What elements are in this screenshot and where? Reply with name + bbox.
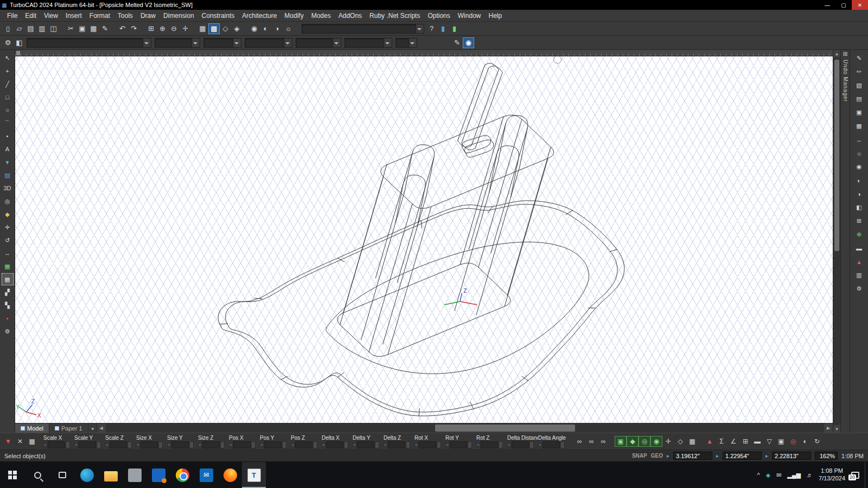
menu-edit[interactable]: Edit (21, 11, 40, 21)
pan-icon[interactable]: ✛ (180, 23, 191, 34)
horizontal-scroll-thumb[interactable] (435, 425, 575, 432)
render-palette-icon[interactable]: ◑ (853, 187, 866, 201)
pen-color-combo[interactable] (296, 38, 341, 48)
selection-style-combo[interactable] (27, 38, 151, 48)
save-icon[interactable]: ▤ (25, 23, 36, 34)
scale-tool-icon[interactable]: ↔ (1, 247, 14, 260)
snap-grid-icon[interactable]: ▩ (208, 23, 220, 34)
field-lock-icon[interactable] (291, 443, 295, 447)
undo-manager-panel[interactable]: ⊞ Undo Manager (840, 50, 850, 433)
menu-modes[interactable]: Modes (308, 11, 335, 21)
field-value-input[interactable] (79, 441, 96, 448)
format-painter-icon[interactable]: ✎ (99, 23, 111, 34)
pick-tool-icon[interactable]: + (1, 65, 14, 78)
app-chrome[interactable] (170, 462, 194, 488)
coord-x-input[interactable]: 3.19612" (673, 452, 712, 460)
snap-intersect-icon[interactable]: ✛ (662, 436, 674, 447)
link-y-icon[interactable]: ∞ (585, 436, 597, 447)
tray-volume-icon[interactable]: ♬ (807, 472, 813, 478)
menu-format[interactable]: Format (86, 11, 114, 21)
app-notes[interactable] (123, 462, 146, 488)
field-lock-icon[interactable] (384, 443, 387, 447)
coord-y-marker-icon[interactable]: ▸ (716, 453, 719, 459)
field-stepper-icon[interactable] (529, 441, 534, 448)
field-stepper-icon[interactable] (437, 441, 441, 448)
help-pointer-icon[interactable]: ? (426, 23, 437, 34)
minimize-button[interactable]: — (819, 0, 835, 10)
dock-left-icon[interactable]: ▮ (437, 23, 449, 34)
material-red-icon[interactable]: ▪ (1, 312, 14, 325)
field-value-input[interactable] (512, 441, 529, 448)
pattern-tool-icon[interactable]: ▦ (1, 273, 14, 286)
materials-icon[interactable]: ◑ (271, 23, 283, 34)
field-lock-icon[interactable] (322, 443, 326, 447)
text-style-combo[interactable] (395, 38, 417, 48)
tray-app-icon[interactable]: ◈ (766, 472, 770, 479)
arc-tool-icon[interactable]: ⌒ (1, 117, 14, 130)
zoom-in-icon[interactable]: ⊕ (157, 23, 168, 34)
cut-icon[interactable]: ✂ (65, 23, 76, 34)
tab-paper-1[interactable]: Paper 1 (49, 423, 88, 433)
array-tool-icon[interactable]: ▚ (1, 299, 14, 312)
table-icon[interactable]: ⊞ (739, 436, 751, 447)
field-lock-icon[interactable] (538, 443, 542, 447)
field-stepper-icon[interactable] (344, 441, 348, 448)
pen-tool-icon[interactable]: ✎ (451, 37, 463, 48)
mode-3d-icon[interactable]: 3D (1, 182, 14, 195)
field-lock-icon[interactable] (105, 443, 109, 447)
field-value-input[interactable] (481, 441, 498, 448)
field-value-input[interactable] (357, 441, 374, 448)
pen-style-combo[interactable] (203, 38, 241, 48)
blocks-palette-icon[interactable]: ▣ (853, 106, 866, 119)
field-stepper-icon[interactable] (468, 441, 472, 448)
point-tool-icon[interactable]: • (1, 130, 14, 143)
circle-tool-icon[interactable]: ○ (1, 104, 14, 117)
angle-icon[interactable]: ∠ (727, 436, 739, 447)
lights-palette-icon[interactable]: ☼ (853, 146, 866, 160)
link-x-icon[interactable]: ∞ (573, 436, 585, 447)
camera-icon[interactable]: ◉ (248, 23, 260, 34)
field-stepper-icon[interactable] (220, 441, 225, 448)
geo-label[interactable]: GEO (651, 453, 663, 459)
app-file-explorer[interactable] (99, 462, 123, 488)
field-value-input[interactable] (110, 441, 127, 448)
insp-clear-icon[interactable]: ✕ (14, 436, 26, 447)
field-lock-icon[interactable] (260, 443, 264, 447)
snap-label[interactable]: SNAP (632, 453, 647, 459)
close-button[interactable]: ✕ (852, 0, 868, 10)
brush-style-combo[interactable] (344, 38, 392, 48)
sphere-tool-icon[interactable]: ◎ (1, 195, 14, 208)
add-palette-icon[interactable]: ⊕ (853, 228, 866, 241)
ruler-palette-icon[interactable]: ▬ (853, 241, 866, 255)
menu-modify[interactable]: Modify (280, 11, 307, 21)
field-stepper-icon[interactable] (313, 441, 317, 448)
open-file-icon[interactable]: ▱ (14, 23, 25, 34)
menu-insert[interactable]: Insert (62, 11, 86, 21)
field-stepper-icon[interactable] (375, 441, 379, 448)
rectangle-tool-icon[interactable]: □ (1, 91, 14, 104)
menu-draw[interactable]: Draw (137, 11, 159, 21)
calculator-palette-icon[interactable]: ⊞ (853, 214, 866, 228)
vertical-scrollbar[interactable]: ▲ ▼ (833, 50, 840, 433)
scroll-down-icon[interactable]: ▼ (833, 425, 840, 433)
field-stepper-icon[interactable] (158, 441, 163, 448)
task-view-button[interactable] (50, 462, 75, 488)
layer-combo[interactable] (155, 38, 200, 48)
zoom-out-icon[interactable]: ⊖ (168, 23, 180, 34)
app-edge[interactable] (75, 462, 99, 488)
field-lock-icon[interactable] (353, 443, 356, 447)
profile-palette-icon[interactable]: ◧ (853, 201, 866, 214)
field-value-input[interactable] (141, 441, 158, 448)
alert-icon[interactable]: ▲ (704, 436, 716, 447)
brush-palette-icon[interactable]: ▧ (853, 79, 866, 92)
field-value-input[interactable] (388, 441, 405, 448)
tray-mail-icon[interactable]: ✉ (776, 472, 781, 479)
coord-z-input[interactable]: 2.22813" (772, 452, 811, 460)
marker-tool-icon[interactable]: ▾ (1, 156, 14, 169)
dock-right-icon[interactable]: ▮ (449, 23, 460, 34)
field-value-input[interactable] (326, 441, 343, 448)
link-z-icon[interactable]: ∞ (597, 436, 609, 447)
render-mode-icon[interactable]: ◐ (260, 23, 271, 34)
tab-scroll-arrow[interactable]: ◂ (88, 423, 97, 433)
field-lock-icon[interactable] (507, 443, 511, 447)
